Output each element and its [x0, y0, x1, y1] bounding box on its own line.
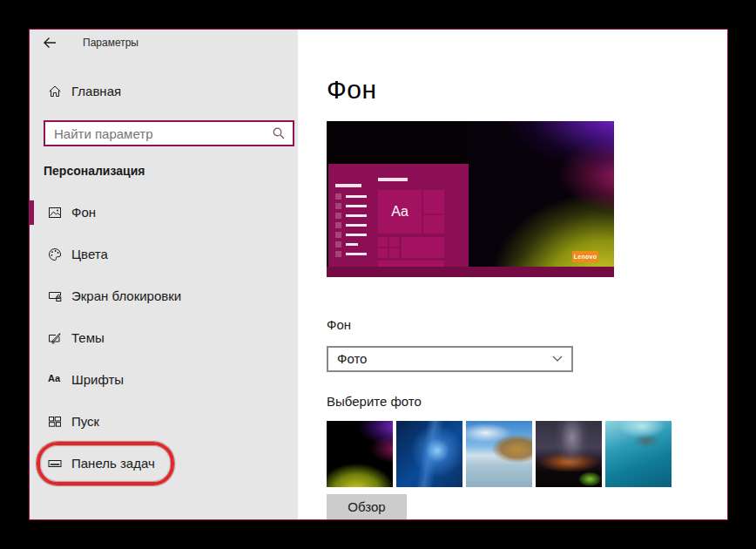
photo-thumbnail-beach[interactable] — [466, 421, 532, 487]
preview-list-header — [335, 184, 361, 187]
lenovo-badge: Lenovo — [572, 251, 598, 262]
fonts-icon: Aa — [48, 373, 62, 387]
settings-window: Параметры Главная Персонализация Фон — [29, 29, 728, 520]
back-button[interactable] — [42, 35, 61, 54]
search-icon[interactable] — [272, 126, 286, 140]
start-tiles-icon — [48, 415, 62, 429]
sidebar-item-start[interactable]: Пуск — [30, 408, 298, 436]
sidebar-item-label: Пуск — [71, 414, 99, 429]
photo-thumbnail-feather[interactable] — [327, 421, 393, 487]
background-preview: Aa Lenovo — [327, 121, 614, 277]
sidebar-item-fonts[interactable]: Aa Шрифты — [30, 366, 298, 394]
sidebar-item-label: Фон — [71, 205, 96, 220]
preview-start-menu: Aa — [328, 164, 469, 267]
sidebar-item-taskbar[interactable]: Панель задач — [30, 450, 298, 478]
sidebar-item-home[interactable]: Главная — [30, 78, 298, 105]
dropdown-selected-value: Фото — [337, 351, 367, 366]
preview-aa-tile: Aa — [378, 190, 422, 234]
app-title: Параметры — [83, 37, 138, 49]
sidebar-item-label: Темы — [71, 330, 105, 345]
background-type-dropdown[interactable]: Фото — [327, 346, 573, 372]
background-field-label: Фон — [327, 317, 351, 332]
browse-button[interactable]: Обзор — [327, 494, 407, 519]
page-title: Фон — [327, 75, 377, 105]
search-input[interactable] — [45, 122, 254, 145]
lock-screen-icon — [48, 289, 62, 303]
preview-taskbar-strip — [327, 267, 614, 277]
sidebar-item-label: Шрифты — [71, 372, 124, 387]
photo-thumbnail-underwater[interactable] — [605, 421, 672, 487]
choose-photo-label: Выберите фото — [327, 394, 422, 409]
section-header-personalization: Персонализация — [44, 164, 145, 178]
home-icon — [48, 85, 62, 98]
sidebar-item-label: Панель задач — [71, 456, 155, 471]
palette-icon — [48, 247, 62, 261]
sidebar-item-colors[interactable]: Цвета — [30, 241, 298, 268]
back-arrow-icon — [42, 35, 61, 51]
sidebar-item-themes[interactable]: Темы — [30, 324, 298, 352]
preview-tiles-header — [378, 178, 408, 181]
photo-thumbnail-night-sky[interactable] — [536, 421, 602, 487]
themes-icon — [48, 331, 62, 345]
taskbar-icon — [48, 457, 62, 471]
sidebar-item-label: Цвета — [71, 247, 108, 261]
chevron-down-icon — [552, 356, 563, 363]
sidebar-item-lock-screen[interactable]: Экран блокировки — [30, 282, 298, 310]
photo-thumbnail-windows-hero[interactable] — [396, 421, 462, 487]
sidebar-item-label: Главная — [71, 84, 121, 98]
image-icon — [48, 206, 62, 220]
search-box — [44, 120, 294, 146]
sidebar: Параметры Главная Персонализация Фон — [30, 30, 298, 519]
main-pane: Фон Aa — [298, 30, 727, 519]
sidebar-item-background[interactable]: Фон — [30, 199, 298, 227]
sidebar-item-label: Экран блокировки — [71, 288, 181, 303]
